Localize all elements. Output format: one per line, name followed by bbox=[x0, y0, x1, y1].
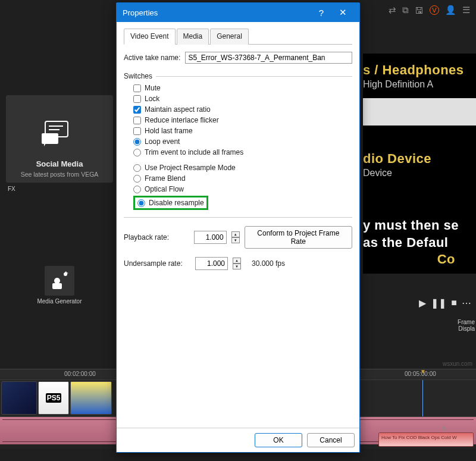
clip-thumbnail[interactable]: PS5 bbox=[38, 381, 69, 415]
preview-text: s / Headphones bbox=[363, 62, 476, 79]
chevron-up-icon: ▲ bbox=[233, 258, 241, 264]
ok-button[interactable]: OK bbox=[255, 433, 302, 447]
lock-checkbox[interactable]: Lock bbox=[133, 95, 352, 103]
loop-event-radio[interactable]: Loop event bbox=[133, 137, 352, 146]
project-resample-radio[interactable]: Use Project Resample Mode bbox=[133, 164, 352, 172]
ruler-tick: 00:02:00:00 bbox=[64, 371, 96, 377]
playback-rate-label: Playback rate: bbox=[124, 233, 189, 242]
media-generator-button[interactable]: Media Generator bbox=[36, 266, 83, 305]
active-take-label: Active take name: bbox=[124, 54, 180, 62]
resample-group: Use Project Resample Mode Frame Blend Op… bbox=[124, 164, 352, 210]
preview-text: y must then se bbox=[363, 217, 459, 234]
tab-general[interactable]: General bbox=[210, 29, 249, 45]
play-icon[interactable]: ▶ bbox=[419, 297, 426, 309]
video-preview: s / Headphones High Definition A dio Dev… bbox=[363, 54, 476, 274]
hold-last-frame-checkbox[interactable]: Hold last frame bbox=[133, 127, 352, 135]
preview-text: Device bbox=[363, 168, 431, 178]
social-sub: See latest posts from VEGA bbox=[9, 171, 110, 178]
tab-video-event[interactable]: Video Event bbox=[124, 29, 176, 45]
playback-rate-spinner[interactable]: ▲▼ bbox=[231, 231, 240, 243]
close-icon[interactable]: ✕ bbox=[332, 7, 353, 18]
hub-card-social[interactable]: Social Media See latest posts from VEGA bbox=[6, 95, 113, 183]
chevron-down-icon: ▼ bbox=[231, 237, 240, 243]
media-generator-icon bbox=[45, 266, 74, 296]
playhead[interactable] bbox=[422, 380, 423, 416]
properties-dialog: Properties ? ✕ Video Event Media General… bbox=[116, 2, 360, 453]
svg-rect-6 bbox=[52, 283, 62, 289]
chat-icon bbox=[42, 119, 77, 149]
display-label: Displa bbox=[458, 325, 475, 332]
dialog-tabs: Video Event Media General bbox=[124, 28, 352, 45]
dialog-titlebar[interactable]: Properties ? ✕ bbox=[117, 3, 359, 22]
reduce-flicker-checkbox[interactable]: Reduce interlace flicker bbox=[133, 116, 352, 124]
chevron-down-icon: ▼ bbox=[233, 264, 241, 269]
social-title: Social Media bbox=[9, 159, 110, 168]
trim-event-radio[interactable]: Trim event to include all frames bbox=[133, 148, 352, 156]
frame-label: Frame bbox=[458, 319, 475, 325]
stop-icon[interactable]: ■ bbox=[451, 297, 457, 309]
disable-resample-radio[interactable]: Disable resample bbox=[137, 199, 204, 207]
svg-point-5 bbox=[54, 278, 60, 284]
optical-flow-radio[interactable]: Optical Flow bbox=[133, 185, 352, 193]
cancel-button[interactable]: Cancel bbox=[307, 433, 355, 447]
undersample-rate-spinner[interactable]: ▲▼ bbox=[233, 258, 241, 269]
playback-rate-input[interactable] bbox=[194, 231, 227, 244]
dialog-title: Properties bbox=[123, 8, 311, 17]
preview-text: High Definition A bbox=[363, 79, 476, 90]
mute-checkbox[interactable]: Mute bbox=[133, 84, 352, 92]
svg-rect-3 bbox=[42, 133, 58, 144]
pause-icon[interactable]: ❚❚ bbox=[431, 297, 446, 309]
preview-text: dio Device bbox=[363, 150, 431, 168]
menu-icon[interactable]: ☰ bbox=[462, 5, 470, 15]
undersample-rate-label: Undersample rate: bbox=[124, 259, 190, 268]
switch-icon[interactable]: ⇄ bbox=[389, 5, 396, 15]
fps-readout: 30.000 fps bbox=[252, 259, 285, 268]
media-generator-label: Media Generator bbox=[37, 298, 82, 305]
download-icon[interactable]: ⧉ bbox=[402, 5, 409, 15]
fx-panel-label[interactable]: FX bbox=[8, 186, 15, 192]
maintain-aspect-checkbox[interactable]: Maintain aspect ratio bbox=[133, 105, 352, 114]
watermark: wsxun.com bbox=[443, 360, 472, 367]
conform-button[interactable]: Conform to Project Frame Rate bbox=[245, 226, 352, 249]
chevron-up-icon: ▲ bbox=[231, 231, 240, 237]
clip-label[interactable]: How To Fix COD Black Ops Cold W bbox=[378, 432, 474, 447]
active-take-input[interactable] bbox=[185, 52, 352, 64]
switches-heading: Switches bbox=[124, 72, 352, 80]
tab-media[interactable]: Media bbox=[177, 29, 209, 45]
playback-controls: ▶ ❚❚ ■ ⋯ bbox=[419, 297, 471, 309]
frame-blend-radio[interactable]: Frame Blend bbox=[133, 174, 352, 183]
preview-text: Co bbox=[363, 251, 459, 268]
save-icon[interactable]: 🖫 bbox=[415, 5, 424, 15]
undersample-rate-input[interactable] bbox=[195, 257, 228, 270]
more-icon[interactable]: ⋯ bbox=[462, 297, 471, 309]
record-icon[interactable]: V bbox=[430, 5, 439, 15]
clip-thumbnail[interactable] bbox=[1, 381, 37, 415]
clip-thumbnail[interactable] bbox=[70, 381, 112, 415]
switches-group: Mute Lock Maintain aspect ratio Reduce i… bbox=[124, 84, 352, 156]
fx-label[interactable]: fx bbox=[442, 425, 446, 431]
top-toolbar: ⇄ ⧉ 🖫 V 👤 ☰ bbox=[389, 5, 470, 15]
user-icon[interactable]: 👤 bbox=[445, 5, 456, 15]
disable-resample-highlight: Disable resample bbox=[133, 196, 208, 210]
help-icon[interactable]: ? bbox=[311, 8, 332, 18]
